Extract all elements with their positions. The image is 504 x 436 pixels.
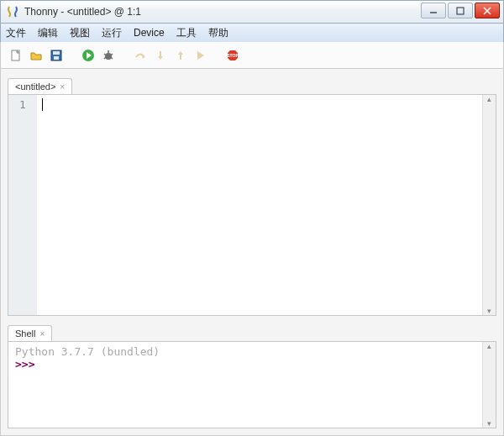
save-icon[interactable] <box>48 47 65 64</box>
stop-icon[interactable]: STOP <box>224 47 241 64</box>
shell-scrollbar[interactable]: ▴ ▾ <box>482 342 496 428</box>
menu-tools[interactable]: 工具 <box>176 26 197 40</box>
scroll-up-icon[interactable]: ▴ <box>487 342 491 350</box>
svg-rect-7 <box>53 51 60 55</box>
open-folder-icon[interactable] <box>28 47 45 64</box>
shell-output[interactable]: Python 3.7.7 (bundled) >>> <box>8 342 496 374</box>
svg-marker-19 <box>158 56 163 60</box>
svg-rect-1 <box>457 8 464 14</box>
svg-point-11 <box>105 53 112 60</box>
scroll-up-icon[interactable]: ▴ <box>487 95 491 103</box>
window-title: Thonny - <untitled> @ 1:1 <box>24 6 141 18</box>
editor-tabrow: <untitled> × <box>8 76 496 94</box>
minimize-button[interactable] <box>421 3 446 18</box>
menu-device[interactable]: Device <box>134 27 165 39</box>
close-button[interactable] <box>475 3 500 18</box>
svg-text:STOP: STOP <box>227 53 239 58</box>
shell-panel: Shell × Python 3.7.7 (bundled) >>> ▴ ▾ <box>8 323 496 428</box>
thonny-logo-icon <box>6 5 19 18</box>
shell-version-line: Python 3.7.7 (bundled) <box>15 345 489 358</box>
editor-tab[interactable]: <untitled> × <box>8 78 72 94</box>
step-out-icon[interactable] <box>172 47 189 64</box>
code-editor[interactable] <box>37 95 482 315</box>
scroll-down-icon[interactable]: ▾ <box>487 419 491 428</box>
line-number: 1 <box>8 98 37 111</box>
svg-line-16 <box>111 57 113 59</box>
shell-tab[interactable]: Shell × <box>8 325 52 341</box>
title-bar: Thonny - <untitled> @ 1:1 <box>0 0 504 24</box>
menu-bar: 文件 编辑 视图 运行 Device 工具 帮助 <box>0 24 504 42</box>
menu-view[interactable]: 视图 <box>70 26 90 40</box>
menu-run[interactable]: 运行 <box>102 26 122 40</box>
svg-line-15 <box>104 57 106 59</box>
shell-tab-label: Shell <box>15 328 35 339</box>
toolbar: STOP <box>0 42 504 69</box>
svg-marker-22 <box>197 51 204 60</box>
client-area: <untitled> × 1 ▴ ▾ Shell × <box>0 69 504 436</box>
close-shell-tab-icon[interactable]: × <box>39 329 45 339</box>
menu-help[interactable]: 帮助 <box>208 26 228 40</box>
line-gutter: 1 <box>8 95 37 315</box>
svg-rect-8 <box>54 56 59 60</box>
menu-file[interactable]: 文件 <box>6 26 26 40</box>
maximize-button[interactable] <box>448 3 473 18</box>
scroll-down-icon[interactable]: ▾ <box>487 307 491 315</box>
close-tab-icon[interactable]: × <box>60 82 65 92</box>
svg-marker-21 <box>178 51 183 55</box>
menu-edit[interactable]: 编辑 <box>38 26 58 40</box>
editor-panel: <untitled> × 1 ▴ ▾ <box>8 76 496 316</box>
resume-icon[interactable] <box>192 47 209 64</box>
step-over-icon[interactable] <box>132 47 149 64</box>
shell-pane: Python 3.7.7 (bundled) >>> ▴ ▾ <box>8 341 496 428</box>
new-file-icon[interactable] <box>8 47 24 64</box>
editor-scrollbar[interactable]: ▴ ▾ <box>482 95 496 315</box>
step-into-icon[interactable] <box>152 47 169 64</box>
shell-tabrow: Shell × <box>8 323 496 341</box>
svg-line-13 <box>104 54 106 55</box>
debug-icon[interactable] <box>100 47 117 64</box>
editor-pane: 1 ▴ ▾ <box>8 94 496 316</box>
svg-line-14 <box>111 54 113 55</box>
shell-prompt: >>> <box>15 358 489 370</box>
editor-tab-label: <untitled> <box>15 81 55 92</box>
caret-icon <box>42 98 43 111</box>
window-controls <box>421 3 500 18</box>
run-icon[interactable] <box>80 47 97 64</box>
